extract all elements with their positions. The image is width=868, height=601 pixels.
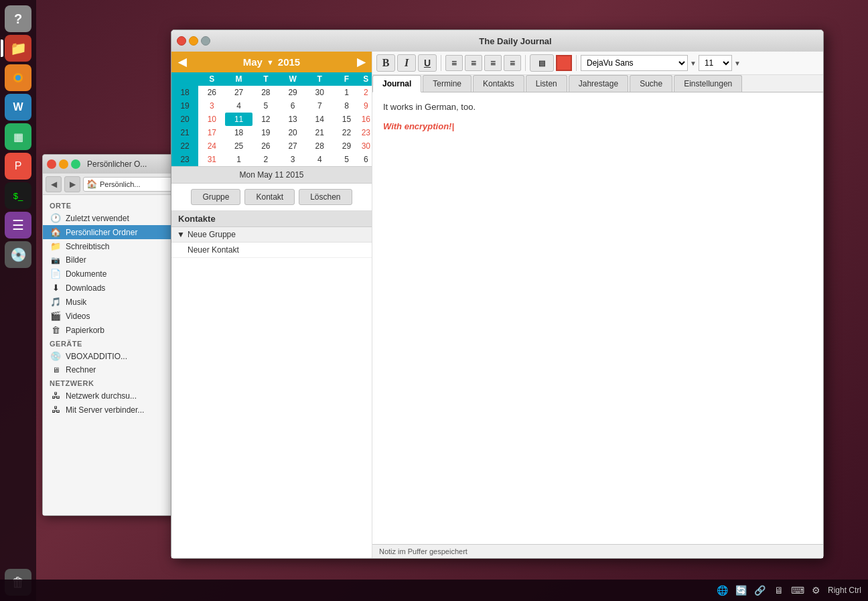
tab-suche[interactable]: Suche (630, 75, 672, 92)
journal-editor[interactable]: It works in German, too. With encryption… (372, 92, 823, 544)
cal-day[interactable]: 7 (306, 99, 333, 113)
tab-jahrestage[interactable]: Jahrestage (569, 75, 628, 92)
cal-day[interactable]: 29 (279, 86, 306, 99)
toolbar-separator-3 (576, 55, 577, 71)
fm-title: Persönlicher O... (87, 159, 147, 169)
tb-link-icon[interactable]: 🔗 (753, 583, 768, 598)
cal-day[interactable]: 5 (333, 153, 360, 166)
cal-day[interactable]: 18 (225, 126, 252, 139)
cal-day[interactable]: 27 (225, 86, 252, 99)
fm-back-button[interactable]: ◀ (46, 176, 62, 192)
monday-header: M (225, 72, 252, 86)
cal-day[interactable]: 28 (252, 86, 279, 99)
fm-maximize-button[interactable] (71, 159, 80, 169)
special-btn[interactable]: ▤ (530, 54, 554, 72)
cal-day[interactable]: 26 (252, 139, 279, 153)
kontakt-button[interactable]: Kontakt (244, 189, 295, 205)
cal-day[interactable]: 20 (279, 126, 306, 139)
underline-button[interactable]: U (418, 54, 437, 72)
writer-icon[interactable]: W (5, 94, 31, 121)
italic-button[interactable]: I (397, 54, 416, 72)
cal-day[interactable]: 19 (252, 126, 279, 139)
cal-day[interactable]: 2 (252, 153, 279, 166)
cal-day[interactable]: 15 (333, 113, 360, 126)
editor-line-2: With encryption! (383, 121, 451, 131)
calc-icon[interactable]: ▦ (5, 123, 31, 150)
cal-day[interactable]: 23 (360, 126, 372, 139)
align-center-button[interactable]: ≡ (465, 55, 482, 71)
purple-icon[interactable]: ☰ (5, 212, 31, 239)
cal-day[interactable]: 13 (279, 113, 306, 126)
cal-day[interactable]: 14 (306, 113, 333, 126)
terminal-icon[interactable]: $_ (5, 182, 31, 209)
cal-day[interactable]: 4 (306, 153, 333, 166)
jw-left-panel: ◀ May ▼ 2015 ▶ S M T (171, 52, 372, 558)
cal-day[interactable]: 26 (198, 86, 225, 99)
gruppe-button[interactable]: Gruppe (191, 189, 240, 205)
contact-group-neue[interactable]: ▼ Neue Gruppe (171, 227, 372, 243)
cal-day[interactable]: 3 (198, 99, 225, 113)
tab-listen[interactable]: Listen (526, 75, 567, 92)
calendar-month-arrow[interactable]: ▼ (267, 58, 274, 66)
tb-display-icon[interactable]: 🖥 (772, 583, 786, 598)
cal-day[interactable]: 29 (333, 139, 360, 153)
tb-keyboard-icon[interactable]: ⌨ (790, 583, 805, 598)
fm-minimize-button[interactable] (59, 159, 68, 169)
fm-close-button[interactable] (47, 159, 56, 169)
tab-einstellungen[interactable]: Einstellungen (674, 75, 742, 92)
cal-day[interactable]: 1 (333, 86, 360, 99)
help-icon[interactable]: ? (5, 5, 31, 32)
jw-close-button[interactable] (177, 36, 186, 46)
impress-icon[interactable]: P (5, 153, 31, 180)
svg-point-2 (15, 75, 21, 80)
bold-button[interactable]: B (376, 54, 395, 72)
cd-icon[interactable]: 💿 (5, 241, 31, 268)
cal-day[interactable]: 1 (225, 153, 252, 166)
tab-journal[interactable]: Journal (372, 75, 421, 92)
wednesday-header: W (279, 72, 306, 86)
cal-day[interactable]: 30 (306, 86, 333, 99)
font-family-select[interactable]: DejaVu Sans DejaVu Serif Liberation Mono (581, 55, 688, 71)
cal-day[interactable]: 5 (252, 99, 279, 113)
cal-day-today[interactable]: 11 (225, 113, 252, 126)
firefox-icon[interactable] (5, 64, 31, 91)
cal-day[interactable]: 17 (198, 126, 225, 139)
jw-minimize-button[interactable] (189, 36, 198, 46)
cal-day[interactable]: 4 (225, 99, 252, 113)
cal-day[interactable]: 24 (198, 139, 225, 153)
align-justify-button[interactable]: ≡ (504, 55, 521, 71)
loeschen-button[interactable]: Löschen (299, 189, 352, 205)
cal-day[interactable]: 3 (279, 153, 306, 166)
cal-day[interactable]: 8 (333, 99, 360, 113)
cal-day[interactable]: 9 (360, 99, 372, 113)
files-icon[interactable]: 📁 (5, 35, 31, 62)
cal-day[interactable]: 2 (360, 86, 372, 99)
calendar-next-button[interactable]: ▶ (357, 56, 365, 68)
tb-settings-icon[interactable]: ⚙ (809, 583, 824, 598)
cal-day[interactable]: 6 (279, 99, 306, 113)
contact-item-neuer[interactable]: Neuer Kontakt (171, 243, 372, 258)
tab-termine[interactable]: Termine (423, 75, 472, 92)
cal-day[interactable]: 12 (252, 113, 279, 126)
cal-day[interactable]: 22 (333, 126, 360, 139)
align-right-button[interactable]: ≡ (484, 55, 502, 71)
tb-network-icon[interactable]: 🌐 (715, 583, 730, 598)
cal-day[interactable]: 25 (225, 139, 252, 153)
align-left-button[interactable]: ≡ (445, 55, 463, 71)
cal-day[interactable]: 21 (306, 126, 333, 139)
tab-kontakts[interactable]: Kontakts (473, 75, 524, 92)
calendar-prev-button[interactable]: ◀ (178, 56, 186, 68)
taskbar-bottom: 🌐 🔄 🔗 🖥 ⌨ ⚙ Right Ctrl (0, 580, 868, 601)
color-button[interactable] (556, 55, 572, 71)
fm-forward-button[interactable]: ▶ (64, 176, 80, 192)
cal-day[interactable]: 6 (360, 153, 372, 166)
cal-day[interactable]: 27 (279, 139, 306, 153)
cal-day[interactable]: 28 (306, 139, 333, 153)
jw-maximize-button[interactable] (201, 36, 210, 46)
font-size-select[interactable]: 8 9 10 11 12 14 16 (699, 55, 732, 71)
tb-refresh-icon[interactable]: 🔄 (734, 583, 749, 598)
cal-day[interactable]: 16 (360, 113, 372, 126)
cal-day[interactable]: 10 (198, 113, 225, 126)
cal-day[interactable]: 31 (198, 153, 225, 166)
cal-day[interactable]: 30 (360, 139, 372, 153)
